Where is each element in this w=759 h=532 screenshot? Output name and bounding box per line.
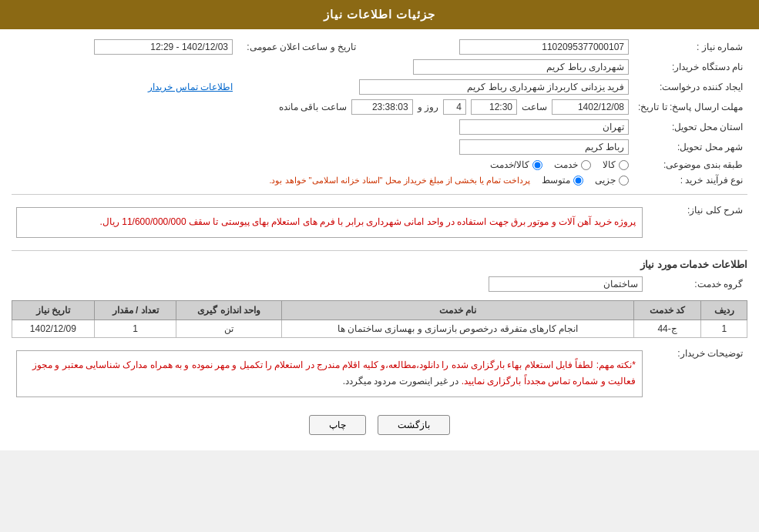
contact-link-cell[interactable]: اطلاعات تماس خریدار (12, 77, 237, 97)
col-service-name: نام خدمت (282, 300, 634, 320)
category-label: طبقه بندی موضوعی: (633, 157, 747, 172)
table-cell-qty: 1 (94, 320, 176, 337)
category-both-label: کالا/خدمت (490, 159, 529, 170)
service-group-cell: ساختمان (12, 274, 647, 294)
divider2 (12, 250, 747, 251)
buyer-notes-table: توضیحات خریدار: *نکته مهم: لطفاً فایل اس… (12, 344, 747, 403)
col-service-code: کد خدمت (633, 300, 701, 320)
category-option-kala: کالا (603, 159, 629, 170)
buyer-notes-box: *نکته مهم: لطفاً فایل استعلام بهاء بارگز… (16, 350, 643, 397)
description-cell: پروژه خرید آهن آلات و موتور برق جهت استف… (12, 201, 647, 244)
contact-link[interactable]: اطلاعات تماس خریدار (148, 82, 233, 92)
category-radio-kala[interactable] (619, 160, 629, 170)
buyer-notes-red: لطفاً فایل استعلام بهاء بارگزاری شده را … (32, 360, 636, 387)
response-time-label: ساعت (522, 102, 547, 112)
city-cell: رباط کریم (12, 137, 633, 157)
purchase-type-cell: جزیی متوسط پرداخت تمام یا بخشی از مبلغ خ… (12, 172, 633, 188)
buyer-org-label: نام دستگاه خریدار: (633, 57, 747, 77)
buyer-notes-black: در غیر اینصورت مردود میگردد. (343, 376, 459, 386)
table-cell-row_num: 1 (701, 320, 747, 337)
purchase-type-label: نوع فرآیند خرید : (633, 172, 747, 188)
description-box: پروژه خرید آهن آلات و موتور برق جهت استف… (16, 207, 643, 238)
services-data-table: ردیف کد خدمت نام خدمت واحد اندازه گیری ت… (12, 300, 747, 338)
response-time: 12:30 (471, 99, 517, 115)
response-deadline-label: مهلت ارسال پاسخ: تا تاریخ: (633, 97, 747, 117)
table-cell-date: 1402/12/09 (12, 320, 95, 337)
buyer-notes-cell: *نکته مهم: لطفاً فایل استعلام بهاء بارگز… (12, 344, 647, 403)
purchase-option-motavasset: متوسط (542, 175, 583, 186)
city-value: رباط کریم (459, 139, 629, 155)
col-unit: واحد اندازه گیری (176, 300, 282, 320)
col-row-num: ردیف (701, 300, 747, 320)
response-date: 1402/12/08 (552, 99, 629, 115)
response-days: 4 (443, 99, 466, 115)
description-text: پروژه خرید آهن آلات و موتور برق جهت استف… (100, 216, 636, 227)
requester-value: فرید یزدانی کاربرداز شهرداری رباط کریم (359, 79, 629, 95)
requester-label: ایجاد کننده درخواست: (633, 77, 747, 97)
buyer-notes-label: توضیحات خریدار: (647, 344, 747, 403)
table-cell-service_code: ج-44 (633, 320, 701, 337)
announcement-value: 1402/12/03 - 12:29 (94, 39, 233, 55)
category-option-khedmat: خدمت (554, 159, 591, 170)
basic-info-table: شماره نیاز : 1102095377000107 تاریخ و سا… (12, 37, 747, 188)
buyer-org-value: شهرداری رباط کریم (413, 59, 629, 75)
table-cell-unit: تن (176, 320, 282, 337)
response-remaining: 23:38:03 (351, 99, 413, 115)
category-radio-both[interactable] (532, 160, 542, 170)
category-option-both: کالا/خدمت (490, 159, 542, 170)
page-title: جزئیات اطلاعات نیاز (324, 8, 435, 21)
purchase-option-jozi: جزیی (595, 175, 629, 186)
category-cell: کالا خدمت کالا/خدمت (12, 157, 633, 172)
buyer-org-cell: شهرداری رباط کریم (12, 57, 633, 77)
services-section-title: اطلاعات خدمات مورد نیاز (12, 259, 747, 270)
content-area: شماره نیاز : 1102095377000107 تاریخ و سا… (0, 29, 759, 450)
buyer-notes-prefix: *نکته مهم: (596, 360, 636, 370)
province-value: تهران (459, 119, 629, 135)
button-row: بازگشت چاپ (12, 415, 747, 435)
page-header: جزئیات اطلاعات نیاز (0, 0, 759, 29)
province-cell: تهران (12, 117, 633, 137)
description-table: شرح کلی نیاز: پروژه خرید آهن آلات و موتو… (12, 201, 747, 244)
col-qty: تعداد / مقدار (94, 300, 176, 320)
description-label: شرح کلی نیاز: (647, 201, 747, 244)
service-group-table: گروه خدمت: ساختمان (12, 274, 747, 294)
divider1 (12, 194, 747, 195)
back-button[interactable]: بازگشت (378, 415, 450, 435)
requester-cell: فرید یزدانی کاربرداز شهرداری رباط کریم (237, 77, 633, 97)
purchase-radio-jozi[interactable] (619, 176, 629, 186)
table-cell-service_name: انجام کارهای متفرقه درخصوص بازسازی و بهس… (282, 320, 634, 337)
purchase-radio-motavasset[interactable] (573, 176, 583, 186)
table-row: 1ج-44انجام کارهای متفرقه درخصوص بازسازی … (12, 320, 747, 337)
page-wrapper: جزئیات اطلاعات نیاز شماره نیاز : 1102095… (0, 0, 759, 450)
service-group-label: گروه خدمت: (647, 274, 747, 294)
announcement-value-cell: 1402/12/03 - 12:29 (12, 37, 237, 57)
response-day-label: روز و (418, 102, 438, 112)
purchase-note: پرداخت تمام یا بخشی از مبلغ خریداز محل "… (269, 176, 530, 186)
category-kala-label: کالا (603, 159, 616, 170)
purchase-motavasset-label: متوسط (542, 175, 570, 186)
announcement-label: تاریخ و ساعت اعلان عمومی: (237, 37, 361, 57)
category-khedmat-label: خدمت (554, 159, 578, 170)
city-label: شهر محل تحویل: (633, 137, 747, 157)
purchase-jozi-label: جزیی (595, 175, 616, 186)
response-remaining-label: ساعت باقی مانده (279, 102, 347, 112)
province-label: استان محل تحویل: (633, 117, 747, 137)
need-number-value: 1102095377000107 (459, 39, 629, 55)
need-number-label: شماره نیاز : (633, 37, 747, 57)
col-date: تاریخ نیاز (12, 300, 95, 320)
service-group-value: ساختمان (489, 276, 643, 292)
need-number-value-cell: 1102095377000107 (361, 37, 633, 57)
response-deadline-cell: 1402/12/08 ساعت 12:30 4 روز و 23:38:03 س… (12, 97, 633, 117)
print-button[interactable]: چاپ (309, 415, 366, 435)
category-radio-khedmat[interactable] (581, 160, 591, 170)
